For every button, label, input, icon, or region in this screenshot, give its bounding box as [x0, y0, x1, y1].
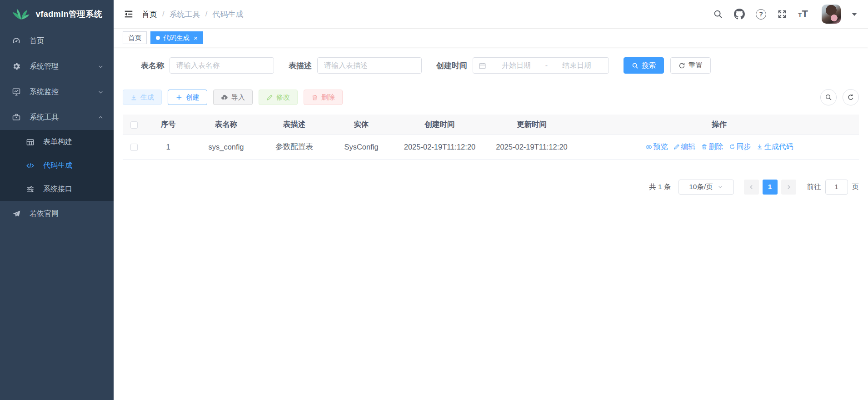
reset-button[interactable]: 重置: [670, 57, 711, 74]
main-area: 首页 / 系统工具 / 代码生成 ?: [114, 0, 868, 400]
chevron-down-icon: [98, 64, 104, 70]
page-unit-label: 页: [852, 182, 859, 192]
modify-button[interactable]: 修改: [259, 90, 298, 105]
sidebar-item-label: 表单构建: [43, 137, 104, 147]
preview-link[interactable]: 预览: [645, 142, 668, 152]
download-icon: [130, 94, 137, 101]
trash-icon: [311, 94, 318, 101]
font-size-icon[interactable]: TT: [798, 8, 808, 20]
search-icon: [825, 94, 832, 101]
app-root: vfadmin管理系统 首页 系统管理: [0, 0, 868, 400]
tags-view: 首页 代码生成 ×: [114, 29, 868, 47]
search-icon: [632, 62, 639, 69]
form-icon: [25, 137, 35, 147]
code-icon: [25, 160, 35, 170]
delete-button[interactable]: 删除: [304, 90, 343, 105]
monitor-icon: [11, 87, 21, 97]
sidebar-item-home[interactable]: 首页: [0, 28, 114, 54]
cell-table-comment: 参数配置表: [261, 135, 327, 159]
toolbox-icon: [11, 112, 21, 122]
breadcrumb-separator: /: [162, 10, 165, 19]
dashboard-icon: [11, 36, 21, 46]
fullscreen-icon[interactable]: [777, 9, 787, 19]
import-button[interactable]: 导入: [213, 90, 253, 105]
cell-update-time: 2025-02-19T11:12:20: [484, 135, 579, 159]
goto-page-input[interactable]: [825, 180, 848, 195]
table-name-input[interactable]: [170, 57, 274, 74]
next-page-button[interactable]: [781, 180, 796, 195]
tab-home[interactable]: 首页: [123, 31, 147, 44]
help-icon[interactable]: ?: [756, 9, 766, 20]
row-checkbox[interactable]: [130, 144, 138, 151]
sidebar-item-form-builder[interactable]: 表单构建: [0, 130, 114, 154]
generate-code-link[interactable]: 生成代码: [757, 142, 793, 152]
generate-button[interactable]: 生成: [123, 90, 162, 105]
breadcrumb-separator: /: [205, 10, 208, 19]
toggle-search-button[interactable]: [820, 89, 837, 105]
edit-icon: [266, 94, 273, 101]
sidebar-item-official-website[interactable]: 若依官网: [0, 201, 114, 226]
refresh-icon: [847, 94, 854, 101]
trash-icon: [701, 144, 708, 150]
caret-down-icon[interactable]: [852, 13, 857, 19]
avatar[interactable]: [822, 5, 841, 24]
breadcrumb-code-generation: 代码生成: [212, 9, 243, 20]
refresh-table-button[interactable]: [843, 89, 859, 105]
tab-code-generation[interactable]: 代码生成 ×: [150, 31, 203, 44]
download-icon: [757, 144, 763, 150]
prev-page-button[interactable]: [744, 180, 759, 195]
edit-link[interactable]: 编辑: [673, 142, 696, 152]
chevron-up-icon: [98, 115, 104, 120]
cell-entity: SysConfig: [327, 135, 395, 159]
chevron-right-icon: [786, 184, 792, 190]
chevron-left-icon: [748, 184, 754, 190]
app-logo[interactable]: vfadmin管理系统: [0, 0, 114, 28]
row-actions: 预览 编辑 删除: [579, 142, 859, 152]
close-icon[interactable]: ×: [194, 34, 198, 42]
page-number-1[interactable]: 1: [763, 180, 778, 195]
page-size-select[interactable]: 10条/页: [678, 180, 734, 195]
sidebar-fold-icon[interactable]: [124, 9, 134, 19]
table-header-row: 序号 表名称 表描述 实体 创建时间 更新时间 操作: [123, 115, 859, 135]
sidebar-item-system-api[interactable]: 系统接口: [0, 177, 114, 201]
github-icon[interactable]: [734, 9, 745, 20]
sidebar-item-label: 系统监控: [30, 87, 98, 97]
delete-link[interactable]: 删除: [701, 142, 723, 152]
start-date-placeholder: 开始日期: [490, 61, 543, 70]
select-all-checkbox[interactable]: [130, 121, 138, 129]
cell-create-time: 2025-02-19T11:12:20: [395, 135, 484, 159]
sidebar-submenu-tools: 表单构建 代码生成 系统接口: [0, 130, 114, 201]
search-button[interactable]: 搜索: [624, 57, 664, 74]
sidebar-item-system-management[interactable]: 系统管理: [0, 54, 114, 79]
table-name-label: 表名称: [123, 60, 164, 71]
breadcrumb-system-tools: 系统工具: [170, 9, 200, 20]
table-comment-label: 表描述: [289, 60, 312, 71]
sidebar-item-label: 若依官网: [30, 209, 104, 219]
toolbar: 生成 创建 导入 修改 删除: [123, 89, 859, 105]
end-date-placeholder: 结束日期: [550, 61, 603, 70]
sidebar-item-label: 系统工具: [30, 113, 98, 122]
sidebar-item-system-tools[interactable]: 系统工具: [0, 105, 114, 130]
breadcrumb-home[interactable]: 首页: [142, 9, 157, 20]
sidebar-item-code-generation[interactable]: 代码生成: [0, 154, 114, 177]
calendar-icon: [479, 62, 486, 70]
sidebar: vfadmin管理系统 首页 系统管理: [0, 0, 114, 400]
sync-link[interactable]: 同步: [729, 142, 751, 152]
gear-icon: [11, 61, 21, 71]
column-header-table-name: 表名称: [191, 115, 261, 135]
edit-icon: [673, 144, 680, 150]
search-icon[interactable]: [713, 9, 723, 19]
table-comment-input[interactable]: [317, 57, 422, 74]
cell-table-name: sys_config: [191, 135, 261, 159]
plus-icon: [175, 94, 183, 101]
active-dot: [156, 36, 160, 40]
goto-label: 前往: [807, 182, 821, 192]
chevron-down-icon: [718, 184, 723, 190]
gen-table: 序号 表名称 表描述 实体 创建时间 更新时间 操作 1 sys_config: [123, 115, 859, 160]
search-form: 表名称 表描述 创建时间 开始日期 - 结束日期: [123, 57, 859, 74]
create-button[interactable]: 创建: [168, 90, 207, 105]
sidebar-item-system-monitor[interactable]: 系统监控: [0, 79, 114, 105]
upload-cloud-icon: [221, 94, 228, 101]
date-range-picker[interactable]: 开始日期 - 结束日期: [473, 57, 609, 74]
sidebar-menu: 首页 系统管理 系统监控: [0, 28, 114, 400]
